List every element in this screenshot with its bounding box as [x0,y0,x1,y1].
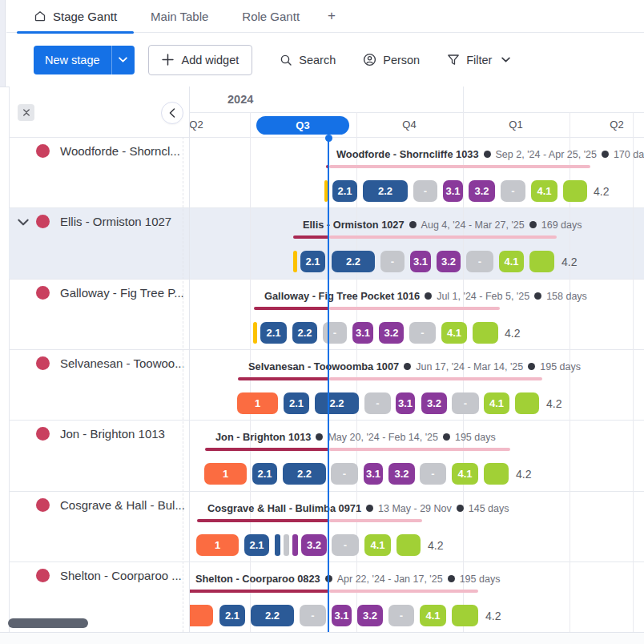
tab-stage-gantt[interactable]: Stage Gantt [17,0,134,32]
gantt-bar-progress-remaining[interactable] [329,590,478,593]
collapse-all-button[interactable] [18,104,34,121]
stage-chip[interactable]: 2.2 [283,463,326,485]
stage-chip[interactable]: 1 [196,534,239,556]
stage-chip[interactable]: 2.2 [251,605,294,626]
stage-chip[interactable]: 3.2 [379,322,404,344]
stage-chip[interactable]: 3.1 [396,392,415,414]
stage-chip[interactable] [515,392,539,414]
gantt-row-label[interactable]: Galloway - Fig Tree P... [10,284,189,306]
quarter-pill-selected[interactable]: Q3 [256,116,349,135]
stage-chip[interactable]: - [409,322,436,344]
stage-chip[interactable]: 2.1 [219,605,245,626]
stage-chip[interactable]: 4.1 [441,322,467,344]
stage-chip[interactable]: 4.1 [499,251,524,272]
stage-chip[interactable] [473,322,498,344]
stage-chip[interactable]: 4.1 [420,605,446,626]
stage-chip[interactable]: 2.2 [315,392,359,414]
quarter-label[interactable]: Q4 [402,119,416,131]
stage-chip[interactable]: 4.1 [531,180,557,202]
stage-chip[interactable]: 3.1 [332,605,352,626]
stage-chip[interactable]: 3.1 [410,251,431,272]
stage-chip[interactable]: 4.1 [452,463,478,485]
stage-chip[interactable]: 1 [237,392,278,414]
stage-chip[interactable]: 4.1 [364,534,391,556]
stage-chip[interactable] [396,534,421,556]
stage-chip[interactable]: 3.1 [352,322,373,344]
filter-button[interactable]: Filter [447,54,510,66]
gantt-row-label[interactable]: Shelton - Coorparoo ... [10,566,189,589]
stage-chip[interactable]: - [420,463,446,485]
stage-chip[interactable]: - [452,392,479,414]
stage-chip[interactable]: - [332,534,359,556]
stage-chip[interactable]: 3.2 [437,251,461,272]
stage-chip[interactable] [189,605,213,626]
stage-chip[interactable]: 3.2 [421,392,447,414]
stage-chip[interactable]: 4.1 [484,392,509,414]
gantt-bar-progress-done[interactable] [205,448,329,451]
stage-chip[interactable]: - [380,251,405,272]
stage-chip[interactable]: 2.2 [332,251,375,272]
collapse-panel-button[interactable] [161,102,183,124]
quarter-label[interactable]: Q1 [509,119,522,131]
stage-chip[interactable]: 2.1 [244,534,269,556]
stage-chip[interactable]: 2.2 [292,322,317,344]
gantt-row-label[interactable]: Woodforde - Shorncl... [10,142,189,164]
stage-chip[interactable]: 3.2 [357,605,383,626]
stage-chip[interactable]: 3.1 [443,180,463,202]
gantt-bar-progress-remaining[interactable] [329,519,422,522]
stage-chip[interactable]: - [331,463,358,485]
stage-chip[interactable]: - [300,605,326,626]
gantt-row-label[interactable]: Cosgrave & Hall - Bul... [10,496,189,518]
gantt-row-label[interactable]: Selvanesan - Toowoo... [10,354,189,376]
stage-chip[interactable] [293,251,297,272]
new-stage-dropdown-button[interactable] [111,46,135,74]
stage-chip[interactable]: - [388,605,414,626]
gantt-row-label[interactable]: Jon - Brighton 1013 [10,425,189,447]
stage-chip[interactable]: - [466,251,493,272]
gantt-bar-progress-done[interactable] [189,590,329,593]
chevron-down-icon[interactable] [18,219,29,226]
stage-chip[interactable] [484,463,509,485]
stage-chip[interactable]: 2.1 [284,392,309,414]
tab-main-table[interactable]: Main Table [134,0,225,32]
stage-chip[interactable]: - [364,392,391,414]
add-widget-button[interactable]: Add widget [148,45,253,75]
gantt-row-label[interactable]: Ellis - Ormiston 1027 [10,212,189,235]
stage-chip[interactable]: - [413,180,437,202]
stage-chip[interactable]: - [323,322,347,344]
stage-chip[interactable]: 2.2 [363,180,408,202]
horizontal-scrollbar-thumb[interactable] [8,618,88,628]
add-tab-button[interactable]: + [316,0,347,32]
stage-chip[interactable]: - [501,180,525,202]
stage-chip[interactable]: 2.1 [260,322,287,344]
stage-chip[interactable]: 2.1 [252,463,277,485]
gantt-bar-progress-remaining[interactable] [329,448,510,451]
stage-chip[interactable]: 3.2 [469,180,495,202]
gantt-bar-progress-remaining[interactable] [329,307,500,310]
stage-chip[interactable] [529,251,554,272]
tab-role-gantt[interactable]: Role Gantt [225,0,316,32]
stage-chip[interactable]: 3.2 [388,463,415,485]
quarter-label[interactable]: Q2 [610,119,623,131]
quarter-label[interactable]: Q2 [189,119,203,131]
stage-chip[interactable]: 2.1 [300,251,325,272]
gantt-bar-progress-remaining[interactable] [329,377,542,380]
stage-chip[interactable] [292,534,298,556]
stage-chip[interactable]: 1 [204,463,247,485]
gantt-bar-progress-remaining[interactable] [329,165,590,168]
stage-chip[interactable] [452,605,478,626]
stage-chip[interactable]: 3.1 [364,463,383,485]
gantt-bar-progress-done[interactable] [254,307,329,310]
stage-chip[interactable] [275,534,280,556]
person-filter-button[interactable]: Person [363,53,420,66]
gantt-bar-progress-done[interactable] [238,377,329,380]
stage-chip[interactable] [253,322,257,344]
gantt-bar-progress-done[interactable] [293,235,329,239]
stage-chip[interactable]: 3.2 [301,534,327,556]
stage-chip[interactable] [284,534,289,556]
search-button[interactable]: Search [280,54,336,66]
stage-chip[interactable]: 2.1 [332,180,357,202]
gantt-bar-progress-done[interactable] [197,519,329,522]
stage-chip[interactable] [563,180,587,202]
gantt-bar-progress-remaining[interactable] [329,235,557,239]
